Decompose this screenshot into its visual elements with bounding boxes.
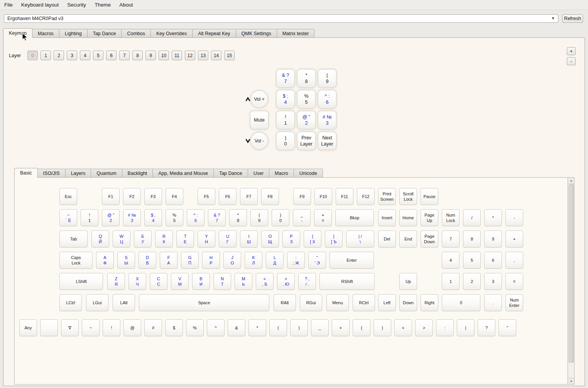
picker-key[interactable]: ZЯ (107, 273, 125, 290)
picker-key[interactable]: 6 (484, 252, 502, 269)
picker-key[interactable]: GП (181, 252, 199, 269)
picker-key[interactable]: F12 (357, 188, 375, 205)
macropad-key[interactable]: !1 (276, 111, 295, 129)
picker-key[interactable]: F8 (261, 188, 279, 205)
picker-key[interactable]: F10 (314, 188, 332, 205)
picker-tab-basic[interactable]: Basic (14, 168, 38, 178)
picker-key[interactable]: DВ (139, 252, 156, 269)
picker-key[interactable]: PrintScreen (378, 188, 396, 205)
picker-key[interactable]: MЬ (235, 273, 252, 290)
picker-key[interactable]: {[ Х (304, 230, 321, 247)
picker-key[interactable]: @ (123, 319, 141, 336)
picker-key[interactable]: *8 (229, 209, 247, 226)
picker-key[interactable]: F2 (123, 188, 141, 205)
picker-key[interactable]: :; Ж (287, 252, 305, 269)
picker-key[interactable]: 5 (463, 252, 481, 269)
picker-key[interactable]: F7 (240, 188, 258, 205)
picker-key[interactable]: RAlt (274, 294, 296, 311)
picker-key[interactable]: EУ (134, 230, 152, 247)
picker-key[interactable]: Home (399, 209, 417, 226)
tab-matrix-tester[interactable]: Matrix tester (277, 29, 315, 38)
picker-tab-macro[interactable]: Macro (269, 169, 294, 178)
picker-key[interactable]: LCtrl (59, 294, 82, 311)
picker-tab-user[interactable]: User (248, 169, 269, 178)
picker-key[interactable]: F11 (336, 188, 353, 205)
picker-key[interactable]: & (228, 319, 245, 336)
macropad-key[interactable]: NextLayer (318, 132, 336, 150)
macropad-key[interactable]: # №3 (318, 111, 336, 129)
picker-key[interactable]: ~ (82, 319, 100, 336)
picker-key[interactable]: & ?7 (208, 209, 226, 226)
scroll-up-icon[interactable]: ▲ (568, 178, 574, 184)
picker-key[interactable]: RGui (300, 294, 322, 311)
picker-key[interactable]: += (314, 209, 332, 226)
picker-key[interactable]: } (373, 319, 391, 336)
picker-tab-tap-dance[interactable]: Tap Dance (214, 169, 248, 178)
picker-key[interactable]: ) (290, 319, 308, 336)
picker-key[interactable]: F1 (102, 188, 120, 205)
picker-tab-quantum[interactable]: Quantum (91, 169, 122, 178)
menu-keyboard-layout[interactable]: Keyboard layout (17, 0, 63, 10)
picker-key[interactable]: | /\ (346, 230, 374, 247)
layer-button-14[interactable]: 14 (211, 51, 221, 60)
picker-key[interactable]: : (436, 319, 454, 336)
layer-button-1[interactable]: 1 (41, 51, 51, 60)
menu-security[interactable]: Security (63, 0, 90, 10)
encoder-knob-vol[interactable]: Vol + (250, 90, 268, 108)
picker-key[interactable]: OЩ (261, 230, 279, 247)
zoom-out-button[interactable]: - (567, 57, 576, 65)
picker-key[interactable]: * (484, 209, 502, 226)
picker-key[interactable]: NumEnter (505, 294, 523, 311)
macropad-key[interactable]: & ?7 (276, 69, 295, 88)
picker-key[interactable]: }] Ъ (325, 230, 343, 247)
menu-file[interactable]: File (4, 0, 17, 10)
picker-key[interactable]: | (457, 319, 475, 336)
picker-key[interactable]: YН (198, 230, 215, 247)
picker-tab-iso-jis[interactable]: ISO/JIS (38, 169, 66, 178)
macropad-key[interactable]: %5 (297, 90, 316, 108)
tab-key-overrides[interactable]: Key Overrides (151, 29, 193, 38)
picker-key[interactable]: 2 (463, 273, 481, 290)
picker-key[interactable]: _- (293, 209, 311, 226)
picker-key[interactable]: Esc (59, 188, 77, 205)
picker-key[interactable]: VМ (171, 273, 189, 290)
picker-tab-app-media-and-mouse[interactable]: App, Media and Mouse (153, 169, 214, 178)
layer-button-13[interactable]: 13 (198, 51, 208, 60)
picker-key[interactable]: " (498, 319, 516, 336)
picker-key[interactable]: 4 (442, 252, 460, 269)
picker-key[interactable]: Any (19, 319, 37, 336)
picker-key[interactable]: IШ (240, 230, 258, 247)
picker-key[interactable]: 1 (442, 273, 460, 290)
picker-key[interactable]: { (353, 319, 370, 336)
picker-key[interactable]: <, Б (256, 273, 274, 290)
picker-key[interactable]: JО (223, 252, 241, 269)
picker-key[interactable]: 9 (484, 230, 502, 247)
picker-key[interactable]: HР (202, 252, 220, 269)
layer-button-0[interactable]: 0 (27, 51, 38, 60)
picker-key[interactable]: XЧ (128, 273, 146, 290)
picker-key[interactable]: < (394, 319, 412, 336)
picker-key[interactable]: End (399, 230, 417, 247)
picker-key[interactable]: / (463, 209, 481, 226)
picker-key[interactable]: QЙ (91, 230, 109, 247)
picker-key[interactable]: _ (311, 319, 329, 336)
picker-key[interactable]: !1 (81, 209, 98, 226)
picker-scrollbar[interactable]: ▲ ▼ (568, 178, 574, 384)
picker-key[interactable]: ? ,/ . (298, 273, 316, 290)
macropad-key[interactable]: PrevLayer (297, 132, 316, 150)
picker-key[interactable]: UГ (219, 230, 237, 247)
picker-key[interactable]: + (332, 319, 350, 336)
layer-button-6[interactable]: 6 (106, 51, 117, 60)
picker-key[interactable]: KЛ (245, 252, 262, 269)
layer-button-8[interactable]: 8 (132, 51, 143, 60)
layer-button-12[interactable]: 12 (185, 51, 195, 60)
picker-key[interactable]: F6 (219, 188, 237, 205)
picker-key[interactable]: RShift (319, 273, 375, 290)
tab-lighting[interactable]: Lighting (59, 29, 88, 38)
picker-key[interactable]: BИ (192, 273, 210, 290)
macropad-key[interactable]: Mute (250, 111, 269, 129)
picker-key[interactable]: ∇ (61, 319, 79, 336)
refresh-button[interactable]: Refresh (562, 14, 583, 23)
picker-key[interactable] (40, 319, 58, 336)
macropad-key[interactable]: )0 (276, 132, 295, 150)
